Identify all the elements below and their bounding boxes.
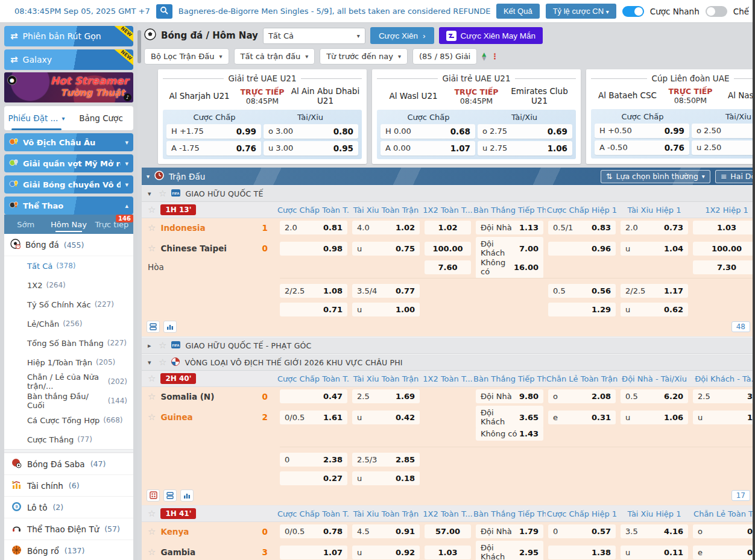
results-button[interactable]: Kết Quả	[496, 4, 540, 19]
favorite-star-icon[interactable]: ☆	[148, 547, 156, 558]
favorite-star-icon[interactable]: ☆	[159, 188, 166, 199]
sidebar-item-b-ng-saba[interactable]: Bóng Đá Saba(47)	[4, 453, 133, 474]
sidebar-item-th-thao-i-n-t-[interactable]: Thể Thao Điện Tử(57)	[4, 518, 133, 540]
favorite-star-icon[interactable]: ☆	[148, 391, 156, 402]
odds-pill[interactable]: 2.00.73	[621, 221, 688, 234]
odds-pill[interactable]: 0/0.50.78	[280, 524, 347, 538]
hot-streamer-banner[interactable]: ● Hot Streamer Tường Thuật ♪	[4, 72, 133, 102]
sidebar-accordion-th-thao[interactable]: Thể Thao▴	[4, 197, 133, 215]
sort-mode-select[interactable]: ⇅ Lựa chọn bình thường ▾	[601, 170, 710, 183]
odds-pill[interactable]: 1.03	[693, 221, 755, 234]
favorite-star-icon[interactable]: ☆	[148, 222, 156, 233]
over-under-odd[interactable]: o 2.50	[692, 124, 755, 138]
odds-pill[interactable]: Đội Khách2.95	[476, 541, 543, 560]
sidebar-tab-s-m[interactable]: Sớm	[4, 215, 47, 234]
sidebar-item-b-ng-r-[interactable]: Bóng rổ(137)	[4, 540, 133, 560]
sidebar-accordion-v-ch-ch-u-u[interactable]: Vô Địch Châu Âu▾	[4, 133, 133, 151]
sidebar-scrollbar[interactable]	[137, 23, 142, 560]
odds-pill[interactable]: 0.50.56	[548, 284, 616, 298]
odds-pill[interactable]: 0.47	[280, 389, 347, 403]
sidebar-tab-tr-c-ti-p[interactable]: Trực tiếp146	[90, 215, 133, 234]
favorite-star-icon[interactable]: ☆	[148, 243, 156, 254]
rows-button[interactable]	[147, 321, 160, 333]
sidebar-filter-1x2[interactable]: 1X2(264)	[4, 275, 133, 295]
chevron-right-icon[interactable]: ▸	[148, 342, 154, 350]
favorite-star-icon[interactable]: ☆	[148, 526, 156, 537]
lucky-parlay-button[interactable]: Cược Xiên May Mắn	[439, 27, 543, 44]
quick-bet-toggle[interactable]	[622, 6, 644, 17]
odds-pill[interactable]: 2.53.	[693, 389, 755, 403]
odds-pill[interactable]: 57.00	[425, 524, 471, 538]
odds-pill[interactable]: 1.02	[425, 221, 471, 234]
over-under-odd[interactable]: o 2.750.69	[478, 124, 572, 139]
filter-dropdown-1[interactable]: Tất cả trận đấu▾	[234, 48, 315, 64]
odds-pill[interactable]: 1.29	[548, 303, 616, 316]
odds-pill[interactable]: Không có16.00	[476, 256, 543, 278]
sidebar-filter-c-c-th-ng[interactable]: Cược Thắng(77)	[4, 430, 133, 449]
sort-toggle-icon[interactable]: ▲▼	[482, 52, 486, 61]
odds-pill[interactable]: 3.5/40.77	[352, 284, 420, 298]
odds-pill[interactable]: u1.	[693, 411, 755, 424]
sidebar-accordion-gi-i-qu-n-v-t-m-m-r-ng[interactable]: Giải quần vợt Mỹ Mở rộng▾	[4, 154, 133, 172]
more-options-icon[interactable]: ⋮	[491, 52, 499, 61]
mode-toggle[interactable]	[706, 6, 727, 17]
handicap-odd[interactable]: A -1.750.76	[166, 141, 261, 156]
odds-pill[interactable]: 1.07	[280, 546, 347, 559]
odds-pill[interactable]: o0.	[693, 524, 755, 538]
sidebar-filter-t-s-ch-nh-x-c[interactable]: Tỷ Số Chính Xác(227)	[4, 295, 133, 314]
odds-pill[interactable]: 7.60	[425, 260, 471, 274]
odds-pill[interactable]: 2.51.69	[352, 389, 420, 403]
tab-bet-slip[interactable]: Phiếu Đặt ...▾	[4, 106, 69, 130]
over-under-odd[interactable]: u 3.000.95	[264, 141, 358, 156]
odds-pill[interactable]: 2.5/32.85	[352, 453, 420, 467]
odds-pill[interactable]: Đội Nhà9.80	[476, 389, 543, 403]
handicap-odd[interactable]: H +0.500.99	[595, 124, 689, 138]
rows-button[interactable]	[163, 489, 177, 502]
sidebar-item-t-i-ch-nh[interactable]: $Tài chính(6)	[4, 474, 133, 496]
sidebar-filter-l-ch-n[interactable]: Lẻ/Chẵn(256)	[4, 314, 133, 333]
favorite-star-icon[interactable]: ☆	[148, 373, 156, 384]
chevron-down-icon[interactable]: ▾	[147, 173, 150, 180]
chart-button[interactable]	[163, 321, 177, 333]
odds-pill[interactable]: u0.92	[352, 546, 420, 559]
odds-pill[interactable]: 100.00	[693, 242, 755, 256]
odds-pill[interactable]: 02.38	[280, 453, 347, 467]
odds-pill[interactable]: 1.03	[425, 546, 471, 559]
chevron-down-icon[interactable]: ▾	[148, 359, 154, 367]
odds-pill[interactable]: Không có1.43	[476, 427, 543, 441]
parlay-button[interactable]: Cược Xiên›	[370, 27, 434, 44]
odds-pill[interactable]: 7.30	[693, 260, 755, 274]
sidebar-tab-h-m-nay[interactable]: Hôm Nay	[47, 215, 90, 234]
handicap-odd[interactable]: H +1.750.99	[166, 124, 261, 139]
oe-grid-button[interactable]	[147, 489, 160, 502]
favorite-star-icon[interactable]: ☆	[148, 204, 156, 215]
tab-bet-board[interactable]: Bảng Cược	[69, 106, 133, 130]
favorite-star-icon[interactable]: ☆	[148, 508, 156, 519]
sidebar-filter-b-n-th-ng-u-cu-i[interactable]: Bàn thắng Đầu/ Cuối(144)	[4, 391, 133, 411]
search-button[interactable]	[156, 4, 172, 19]
sidebar-accordion-gi-i-b-ng-chuy-n-v-ch-[interactable]: Giải Bóng chuyền Vô địch...▾	[4, 175, 133, 193]
odds-pill[interactable]: e0.31	[548, 411, 616, 424]
sidebar-banner-quick-version[interactable]: ⇄Phiên bản Rút GọnNEW	[4, 26, 133, 46]
sidebar-item-football[interactable]: Bóng đá(455)	[4, 234, 133, 256]
odds-pill[interactable]: 4.50.91	[352, 524, 420, 538]
over-under-odd[interactable]: u 2.751.06	[478, 141, 572, 156]
sidebar-banner-galaxy[interactable]: ⇄GalaxyNEW	[4, 49, 133, 70]
odds-pill[interactable]: 0/0.51.61	[280, 411, 347, 424]
odds-pill[interactable]: Đội Nhà1.79	[476, 524, 543, 538]
odds-pill[interactable]: e0.	[693, 546, 755, 559]
odds-pill[interactable]: 0.96	[548, 242, 616, 256]
handicap-odd[interactable]: H 0.000.68	[381, 124, 475, 139]
odds-pill[interactable]: u0.18	[352, 471, 420, 485]
sidebar-filter-t-t-c-[interactable]: Tất Cả(378)	[4, 256, 133, 275]
odds-pill[interactable]: 0.5/10.83	[548, 221, 616, 234]
filter-dropdown-0[interactable]: Bộ Lọc Trận Đấu▾	[144, 48, 229, 64]
odds-pill[interactable]: 0.71	[280, 303, 347, 316]
favorite-star-icon[interactable]: ☆	[148, 412, 156, 423]
odds-pill[interactable]: u0.11	[621, 546, 688, 559]
odds-pill[interactable]: u0.62	[621, 303, 688, 316]
sidebar-filter-ch-n-l-c-a-n-a-tr-n-[interactable]: Chẵn / Lẻ của Nửa trận/...(202)	[4, 372, 133, 391]
more-markets-count[interactable]: 17	[731, 490, 750, 501]
odds-pill[interactable]: 0.27	[280, 471, 347, 485]
odds-pill[interactable]: u1.04	[621, 242, 688, 256]
